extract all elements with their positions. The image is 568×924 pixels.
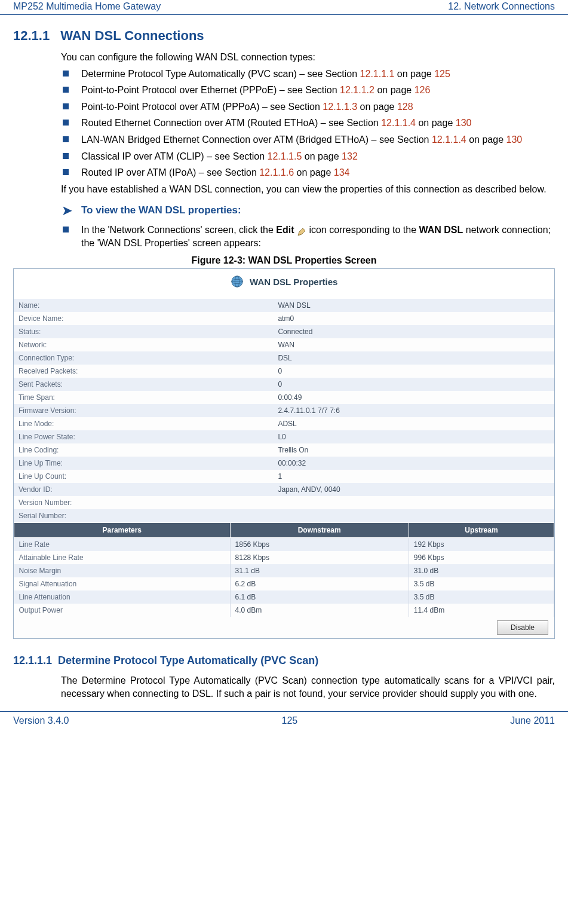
property-key: Name:	[14, 299, 273, 312]
param-downstream: 4.0 dBm	[230, 604, 409, 617]
disable-row: Disable	[14, 617, 554, 638]
header-right: 12. Network Connections	[448, 1, 555, 12]
property-value: Trellis On	[273, 443, 554, 457]
panel-title-row: WAN DSL Properties	[14, 269, 554, 299]
property-value	[273, 496, 554, 509]
property-key: Line Up Time:	[14, 457, 273, 470]
connection-types-list: Determine Protocol Type Automatically (P…	[61, 68, 555, 179]
table-row: Received Packets:0	[14, 365, 554, 378]
param-downstream: 1856 Kbps	[230, 538, 409, 552]
subsection-body: The Determine Protocol Type Automaticall…	[61, 674, 555, 700]
property-key: Network:	[14, 338, 273, 351]
list-item: Point-to-Point Protocol over Ethernet (P…	[61, 84, 555, 97]
xref-section[interactable]: 12.1.1.4	[432, 134, 466, 145]
table-row: Network:WAN	[14, 338, 554, 351]
table-row: Sent Packets:0	[14, 378, 554, 391]
figure-caption: Figure 12-3: WAN DSL Properties Screen	[13, 255, 555, 266]
table-row: Noise Margin31.1 dB31.0 dB	[14, 564, 554, 577]
xref-page[interactable]: 128	[397, 102, 413, 112]
property-key: Line Coding:	[14, 443, 273, 457]
param-label: Signal Attenuation	[14, 577, 231, 590]
list-item: Classical IP over ATM (CLIP) – see Secti…	[61, 150, 555, 163]
xref-page[interactable]: 132	[342, 151, 358, 161]
property-key: Connection Type:	[14, 351, 273, 365]
property-key: Received Packets:	[14, 365, 273, 378]
list-item: Determine Protocol Type Automatically (P…	[61, 68, 555, 81]
section-heading: 12.1.1WAN DSL Connections	[13, 28, 555, 44]
table-row: Attainable Line Rate8128 Kbps996 Kbps	[14, 551, 554, 564]
properties-table: Name:WAN DSLDevice Name:atm0Status:Conne…	[14, 299, 554, 522]
list-item: Point-to-Point Protocol over ATM (PPPoA)…	[61, 100, 555, 114]
globe-icon	[231, 275, 244, 288]
footer-version: Version 3.4.0	[13, 715, 69, 726]
param-upstream: 3.5 dB	[409, 577, 554, 590]
param-label: Line Rate	[14, 538, 231, 552]
param-upstream: 996 Kbps	[409, 551, 554, 564]
parameters-table: Parameters Downstream Upstream Line Rate…	[14, 522, 554, 617]
property-key: Device Name:	[14, 312, 273, 325]
property-value: 1	[273, 470, 554, 483]
property-key: Line Mode:	[14, 417, 273, 430]
xref-page[interactable]: 130	[506, 134, 523, 145]
param-downstream: 8128 Kbps	[230, 551, 409, 564]
property-value: L0	[273, 430, 554, 443]
property-value: WAN	[273, 338, 554, 351]
pencil-icon	[297, 227, 306, 234]
property-key: Time Span:	[14, 391, 273, 404]
property-value: 2.4.7.11.0.1 7/7 7:6	[273, 404, 554, 417]
table-row: Serial Number:	[14, 509, 554, 522]
wan-dsl-properties-panel: WAN DSL Properties Name:WAN DSLDevice Na…	[13, 268, 555, 639]
procedure-heading: To view the WAN DSL properties:	[61, 204, 555, 218]
xref-section[interactable]: 12.1.1.2	[340, 85, 374, 95]
property-value: Connected	[273, 325, 554, 338]
xref-section[interactable]: 12.1.1.6	[259, 167, 294, 178]
section-intro: You can configure the following WAN DSL …	[61, 51, 555, 64]
footer-date: June 2011	[510, 715, 555, 726]
param-label: Output Power	[14, 604, 231, 617]
section-number: 12.1.1	[13, 28, 50, 43]
xref-section[interactable]: 12.1.1.1	[360, 69, 395, 79]
list-item: LAN-WAN Bridged Ethernet Connection over…	[61, 133, 555, 146]
disable-button[interactable]: Disable	[497, 620, 548, 635]
xref-page[interactable]: 130	[456, 118, 472, 128]
subsection-number: 12.1.1.1	[13, 654, 52, 666]
table-row: Output Power4.0 dBm11.4 dBm	[14, 604, 554, 617]
col-upstream: Upstream	[409, 523, 554, 538]
para-after-bullets: If you have established a WAN DSL connec…	[61, 183, 555, 196]
table-row: Line Up Time:00:00:32	[14, 457, 554, 470]
property-key: Status:	[14, 325, 273, 338]
table-row: Vendor ID:Japan, ANDV, 0040	[14, 483, 554, 496]
table-row: Time Span:0:00:49	[14, 391, 554, 404]
property-key: Serial Number:	[14, 509, 273, 522]
param-label: Attainable Line Rate	[14, 551, 231, 564]
table-row: Connection Type:DSL	[14, 351, 554, 365]
table-row: Line Coding:Trellis On	[14, 443, 554, 457]
section-title: WAN DSL Connections	[60, 28, 204, 43]
edit-label: Edit	[276, 225, 294, 235]
xref-section[interactable]: 12.1.1.5	[268, 151, 302, 161]
property-key: Line Power State:	[14, 430, 273, 443]
param-downstream: 31.1 dB	[230, 564, 409, 577]
param-upstream: 3.5 dB	[409, 590, 554, 604]
xref-section[interactable]: 12.1.1.3	[323, 102, 357, 112]
xref-page[interactable]: 134	[334, 167, 350, 178]
param-label: Noise Margin	[14, 564, 231, 577]
xref-section[interactable]: 12.1.1.4	[381, 118, 416, 128]
xref-page[interactable]: 126	[415, 85, 431, 95]
property-key: Sent Packets:	[14, 378, 273, 391]
table-row: Line Up Count:1	[14, 470, 554, 483]
table-row: Firmware Version:2.4.7.11.0.1 7/7 7:6	[14, 404, 554, 417]
list-item: Routed Ethernet Connection over ATM (Rou…	[61, 117, 555, 130]
xref-page[interactable]: 125	[434, 69, 450, 79]
table-row: Line Mode:ADSL	[14, 417, 554, 430]
table-row: Line Attenuation6.1 dB3.5 dB	[14, 590, 554, 604]
property-value	[273, 509, 554, 522]
table-row: Device Name:atm0	[14, 312, 554, 325]
col-downstream: Downstream	[230, 523, 409, 538]
property-value: 0:00:49	[273, 391, 554, 404]
svg-marker-0	[298, 228, 305, 235]
table-row: Name:WAN DSL	[14, 299, 554, 312]
param-upstream: 31.0 dB	[409, 564, 554, 577]
table-row: Line Power State:L0	[14, 430, 554, 443]
property-value: Japan, ANDV, 0040	[273, 483, 554, 496]
